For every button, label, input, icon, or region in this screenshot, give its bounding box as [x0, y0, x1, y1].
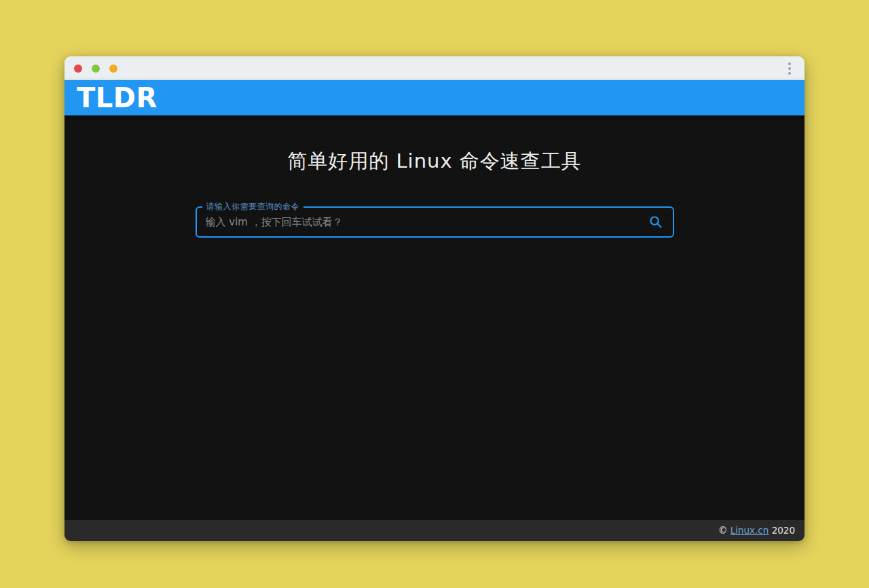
maximize-window-button[interactable]: [109, 65, 117, 73]
traffic-lights: [74, 65, 117, 73]
kebab-menu-icon[interactable]: [784, 60, 795, 77]
footer: © Linux.cn 2020: [64, 520, 805, 541]
app-header: TLDR: [64, 80, 805, 115]
footer-year: 2020: [772, 525, 795, 536]
app-logo: TLDR: [77, 84, 158, 112]
linux-cn-link[interactable]: Linux.cn: [731, 525, 769, 536]
page-title: 简单好用的 Linux 命令速查工具: [64, 148, 805, 175]
search-box: 请输入你需要查询的命令: [196, 206, 674, 238]
search-input[interactable]: [197, 208, 644, 236]
main-content: 简单好用的 Linux 命令速查工具 请输入你需要查询的命令: [64, 115, 805, 520]
minimize-window-button[interactable]: [92, 65, 100, 73]
close-window-button[interactable]: [74, 65, 82, 73]
window-titlebar: [64, 56, 805, 80]
copyright-symbol: ©: [718, 525, 728, 536]
search-label: 请输入你需要查询的命令: [202, 202, 304, 211]
search-icon[interactable]: [644, 210, 667, 234]
browser-window: TLDR 简单好用的 Linux 命令速查工具 请输入你需要查询的命令 © Li…: [64, 56, 805, 541]
